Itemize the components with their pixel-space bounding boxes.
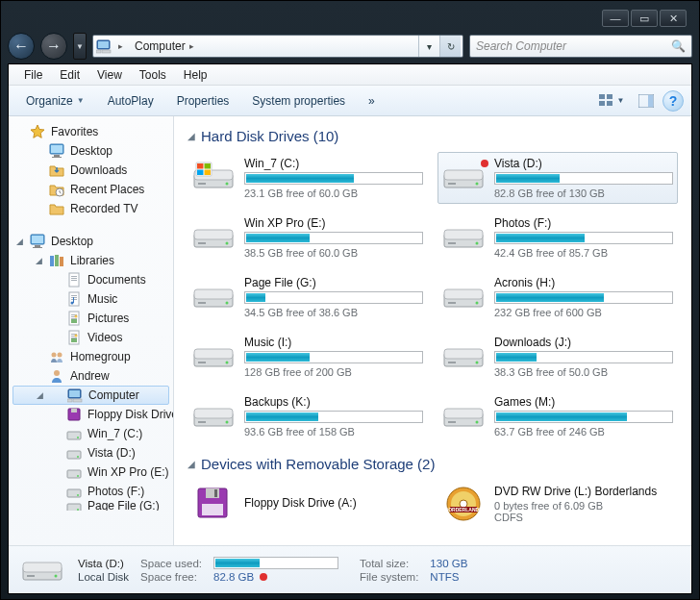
system-properties-button[interactable]: System properties (242, 90, 355, 112)
hdd-icon (442, 280, 485, 314)
drive-item[interactable]: Downloads (J:)38.3 GB free of 50.0 GB (438, 331, 678, 383)
content-pane: Hard Disk Drives (10) Win_7 (C:)23.1 GB … (174, 116, 691, 545)
drive-item[interactable]: Music (I:)128 GB free of 200 GB (188, 331, 428, 383)
menu-tools[interactable]: Tools (132, 66, 174, 84)
maximize-button[interactable]: ▭ (631, 10, 658, 27)
document-icon (66, 272, 82, 288)
drive-free: 93.6 GB free of 158 GB (244, 426, 423, 438)
nav-music[interactable]: Music (9, 289, 173, 309)
drive-name: Games (M:) (494, 395, 673, 409)
usage-bar (244, 351, 423, 363)
usage-bar (244, 411, 423, 423)
preview-pane-button[interactable] (634, 89, 659, 112)
nav-user[interactable]: Andrew (9, 366, 173, 386)
nav-win7[interactable]: Win_7 (C:) (9, 424, 173, 443)
help-button[interactable]: ? (662, 90, 684, 112)
forward-button[interactable]: → (40, 33, 67, 60)
drive-item[interactable]: Win_7 (C:)23.1 GB free of 60.0 GB (188, 152, 428, 204)
usage-bar (494, 351, 673, 363)
device-item[interactable]: Floppy Disk Drive (A:) (188, 480, 428, 528)
drive-name: Music (I:) (244, 336, 423, 349)
nav-computer[interactable]: ◢Computer (12, 386, 169, 405)
svg-rect-48 (607, 101, 612, 106)
refresh-button[interactable]: ↻ (439, 36, 461, 57)
search-input[interactable]: Search Computer 🔍 (469, 35, 692, 58)
hdd-icon (192, 220, 235, 255)
favorites-header[interactable]: Favorites (9, 122, 173, 141)
minimize-button[interactable]: — (602, 10, 629, 27)
drive-free: 38.3 GB free of 50.0 GB (494, 366, 673, 378)
group-removable[interactable]: Devices with Removable Storage (2) (188, 456, 678, 472)
nav-winxp[interactable]: Win XP Pro (E:) (9, 462, 173, 482)
menu-help[interactable]: Help (176, 66, 215, 84)
nav-floppy[interactable]: Floppy Disk Drive (9, 405, 173, 424)
group-hard-disks[interactable]: Hard Disk Drives (10) (188, 128, 678, 144)
drive-free: 38.5 GB free of 60.0 GB (244, 247, 423, 259)
nav-documents[interactable]: Documents (9, 270, 173, 289)
drive-name: Photos (F:) (494, 216, 673, 230)
preview-pane-icon (638, 94, 654, 108)
hdd-icon (192, 339, 235, 374)
properties-button[interactable]: Properties (167, 90, 239, 112)
user-icon (49, 368, 64, 384)
close-button[interactable]: ✕ (660, 10, 687, 27)
breadcrumb-label: Computer (135, 39, 186, 53)
body: Favorites Desktop Downloads Recent Place… (9, 116, 691, 545)
nav-videos[interactable]: Videos (9, 328, 173, 347)
device-item[interactable]: DVD RW Drive (L:) Borderlands0 bytes fre… (438, 480, 678, 528)
menu-edit[interactable]: Edit (52, 66, 88, 84)
overflow-button[interactable]: » (359, 90, 385, 112)
devices-grid: Floppy Disk Drive (A:)DVD RW Drive (L:) … (188, 480, 678, 528)
nav-photos[interactable]: Photos (F:) (9, 482, 173, 501)
nav-recorded-tv[interactable]: Recorded TV (9, 199, 173, 218)
desktop-header[interactable]: ◢ Desktop (9, 232, 173, 251)
hdd-icon (442, 161, 485, 195)
drive-item[interactable]: Games (M:)63.7 GB free of 246 GB (438, 390, 678, 442)
nav-downloads[interactable]: Downloads (9, 161, 173, 180)
menu-view[interactable]: View (89, 66, 130, 84)
arrow-right-icon: → (46, 38, 62, 55)
drive-item[interactable]: Acronis (H:)232 GB free of 600 GB (438, 271, 678, 323)
details-fs-label: File system: (360, 571, 418, 583)
drive-name: Win XP Pro (E:) (244, 216, 423, 230)
chevron-down-icon: ◢ (16, 237, 23, 246)
nav-desktop[interactable]: Desktop (9, 141, 173, 161)
history-dropdown[interactable]: ▼ (73, 33, 87, 60)
autoplay-button[interactable]: AutoPlay (98, 90, 163, 112)
hdd-icon (192, 161, 235, 195)
organize-button[interactable]: Organize▼ (16, 90, 94, 112)
drive-item[interactable]: Win XP Pro (E:)38.5 GB free of 60.0 GB (188, 212, 428, 263)
nav-homegroup[interactable]: Homegroup (9, 347, 173, 366)
breadcrumb-root[interactable]: ▸ (112, 41, 129, 51)
drive-free: 128 GB free of 200 GB (244, 366, 423, 378)
svg-rect-47 (599, 101, 605, 106)
usage-bar (494, 411, 673, 423)
address-dropdown[interactable]: ▾ (418, 36, 439, 57)
drives-grid: Win_7 (C:)23.1 GB free of 60.0 GBVista (… (188, 152, 678, 442)
music-icon (66, 291, 82, 307)
drive-item[interactable]: Vista (D:)82.8 GB free of 130 GB (438, 152, 678, 204)
picture-icon (66, 311, 82, 326)
details-fs-value: NTFS (430, 571, 467, 583)
drive-item[interactable]: Backups (K:)93.6 GB free of 158 GB (188, 390, 428, 442)
menu-file[interactable]: File (16, 66, 50, 84)
breadcrumb-computer[interactable]: Computer ▸ (129, 39, 200, 53)
nav-pictures[interactable]: Pictures (9, 309, 173, 328)
hdd-icon (66, 464, 82, 480)
nav-vista[interactable]: Vista (D:) (9, 443, 173, 462)
back-button[interactable]: ← (8, 33, 35, 60)
nav-pagefile[interactable]: Page File (G:) (9, 501, 173, 511)
recent-icon (49, 182, 64, 197)
nav-libraries[interactable]: ◢Libraries (9, 251, 173, 270)
record-dot-icon (260, 573, 267, 581)
downloads-icon (49, 162, 64, 178)
details-type: Local Disk (78, 571, 129, 583)
drive-item[interactable]: Page File (G:)34.5 GB free of 38.6 GB (188, 271, 428, 323)
drive-item[interactable]: Photos (F:)42.4 GB free of 85.7 GB (438, 212, 678, 263)
view-mode-button[interactable]: ▼ (593, 89, 630, 112)
usage-bar (244, 172, 423, 185)
address-bar[interactable]: ▸ Computer ▸ ▾ ↻ (92, 35, 463, 58)
hdd-icon (192, 399, 235, 434)
nav-recent-places[interactable]: Recent Places (9, 180, 173, 199)
drive-name: Acronis (H:) (494, 276, 673, 289)
